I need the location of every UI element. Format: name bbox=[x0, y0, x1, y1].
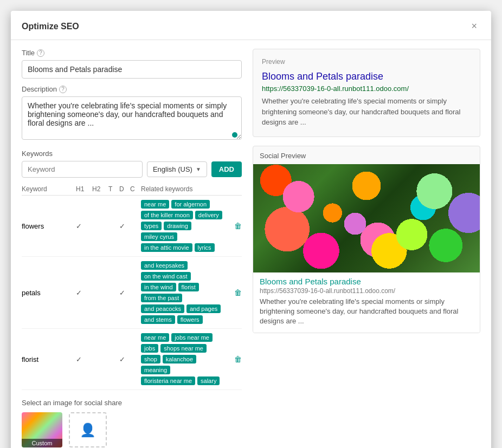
custom-image-thumb[interactable]: Custom bbox=[22, 412, 62, 447]
related-keywords: and keepsakes on the wind cast in the wi… bbox=[141, 261, 226, 324]
flower-image bbox=[253, 164, 480, 272]
social-preview-image bbox=[253, 164, 480, 272]
h1-check: ✓ bbox=[76, 222, 92, 230]
social-info: Blooms and Petals paradise https://56337… bbox=[253, 272, 480, 333]
tag: florist bbox=[178, 283, 199, 291]
textarea-wrap: Whether you're celebrating life's specia… bbox=[22, 96, 242, 142]
h1-check: ✓ bbox=[76, 355, 92, 363]
keyword-name: flowers bbox=[22, 222, 76, 230]
social-preview-box: Social Preview Blooms and Petals paradis… bbox=[253, 146, 480, 334]
keywords-section: Keywords English (US) ▼ ADD Keyword bbox=[22, 150, 242, 390]
title-field-group: Title ? bbox=[22, 49, 242, 79]
tag: shops near me bbox=[160, 344, 207, 353]
tag: miley cyrus bbox=[141, 232, 177, 241]
tag: shop bbox=[141, 355, 160, 363]
dot-indicator bbox=[232, 132, 237, 138]
tag: flowers bbox=[177, 315, 203, 324]
modal-header: Optimize SEO × bbox=[11, 11, 491, 40]
table-row: flowers ✓ ✓ near me for algernon of the … bbox=[22, 196, 242, 257]
preview-box: Preview Blooms and Petals paradise https… bbox=[253, 49, 480, 137]
tag: and stems bbox=[141, 315, 175, 324]
preview-url: https://56337039-16-0-all.runbot111.odoo… bbox=[262, 85, 471, 93]
preview-description: Whether you're celebrating life's specia… bbox=[262, 96, 471, 128]
social-url: https://56337039-16-0-all.runbot111.odoo… bbox=[260, 287, 473, 295]
description-input[interactable]: Whether you're celebrating life's specia… bbox=[22, 96, 242, 140]
d-check: ✓ bbox=[119, 355, 130, 363]
preview-label: Preview bbox=[262, 58, 471, 66]
keyword-name: florist bbox=[22, 355, 76, 363]
description-field-group: Description ? Whether you're celebrating… bbox=[22, 85, 242, 142]
preview-title: Blooms and Petals paradise bbox=[262, 71, 471, 82]
tag: meaning bbox=[141, 366, 170, 374]
modal-body: Title ? Description ? Whether you're cel… bbox=[11, 40, 491, 448]
tag: of the killer moon bbox=[141, 211, 193, 219]
image-section: Select an image for social share Custom … bbox=[22, 399, 242, 447]
image-section-title: Select an image for social share bbox=[22, 399, 242, 407]
title-label: Title ? bbox=[22, 49, 242, 57]
social-preview-label: Social Preview bbox=[253, 146, 480, 164]
custom-label: Custom bbox=[22, 439, 62, 447]
language-select[interactable]: English (US) ▼ bbox=[147, 161, 207, 177]
tag: from the past bbox=[141, 294, 182, 302]
tag: in the wind bbox=[141, 283, 176, 291]
d-check: ✓ bbox=[119, 222, 130, 230]
optimize-seo-modal: Optimize SEO × Title ? Description bbox=[11, 11, 491, 448]
left-panel: Title ? Description ? Whether you're cel… bbox=[22, 49, 253, 447]
table-row: petals ✓ ✓ and keepsakes on the wind cas… bbox=[22, 257, 242, 329]
table-row: florist ✓ ✓ near me jobs near me jobs sh… bbox=[22, 329, 242, 390]
related-keywords: near me for algernon of the killer moon … bbox=[141, 200, 226, 252]
tag: near me bbox=[141, 333, 169, 342]
tag: and peacocks bbox=[141, 304, 184, 313]
chevron-down-icon: ▼ bbox=[196, 166, 201, 172]
image-placeholder[interactable]: 👤 bbox=[69, 412, 107, 447]
tag: for algernon bbox=[171, 200, 210, 209]
keywords-table: Keyword H1 H2 T D C Related keywords flo… bbox=[22, 183, 242, 390]
title-help-icon[interactable]: ? bbox=[37, 49, 44, 57]
table-header: Keyword H1 H2 T D C Related keywords bbox=[22, 183, 242, 196]
tag: types bbox=[141, 222, 162, 230]
close-button[interactable]: × bbox=[468, 20, 480, 33]
tag: delivery bbox=[195, 211, 222, 219]
keywords-label: Keywords bbox=[22, 150, 242, 158]
person-icon: 👤 bbox=[80, 423, 96, 438]
tag: on the wind cast bbox=[141, 272, 191, 281]
social-description: Whether you're celebrating life's specia… bbox=[260, 297, 473, 327]
image-options: Custom 👤 bbox=[22, 412, 242, 447]
social-title: Blooms and Petals paradise bbox=[260, 277, 473, 286]
tag: floristeria near me bbox=[141, 376, 195, 385]
keyword-input[interactable] bbox=[22, 161, 143, 178]
delete-keyword-button[interactable]: 🗑 bbox=[226, 222, 242, 230]
description-label: Description ? bbox=[22, 85, 242, 93]
title-input[interactable] bbox=[22, 60, 242, 79]
right-panel: Preview Blooms and Petals paradise https… bbox=[253, 49, 480, 447]
delete-keyword-button[interactable]: 🗑 bbox=[226, 288, 242, 297]
keyword-name: petals bbox=[22, 289, 76, 297]
tag: and pages bbox=[186, 304, 221, 313]
modal-title: Optimize SEO bbox=[22, 22, 79, 31]
delete-keyword-button[interactable]: 🗑 bbox=[226, 355, 242, 363]
add-keyword-button[interactable]: ADD bbox=[211, 161, 242, 177]
d-check: ✓ bbox=[119, 289, 130, 297]
tag: lyrics bbox=[195, 243, 215, 252]
tag: near me bbox=[141, 200, 169, 209]
modal-overlay: Optimize SEO × Title ? Description bbox=[0, 0, 502, 448]
tag: jobs near me bbox=[171, 333, 213, 342]
description-help-icon[interactable]: ? bbox=[59, 86, 67, 93]
tag: drawing bbox=[164, 222, 191, 230]
keywords-row: English (US) ▼ ADD bbox=[22, 161, 242, 178]
tag: jobs bbox=[141, 344, 158, 353]
language-label: English (US) bbox=[153, 165, 192, 173]
tag: salary bbox=[197, 376, 220, 385]
h1-check: ✓ bbox=[76, 289, 92, 297]
tag: kalanchoe bbox=[163, 355, 196, 363]
tag: and keepsakes bbox=[141, 261, 188, 270]
tag: in the attic movie bbox=[141, 243, 192, 252]
related-keywords: near me jobs near me jobs shops near me … bbox=[141, 333, 226, 385]
